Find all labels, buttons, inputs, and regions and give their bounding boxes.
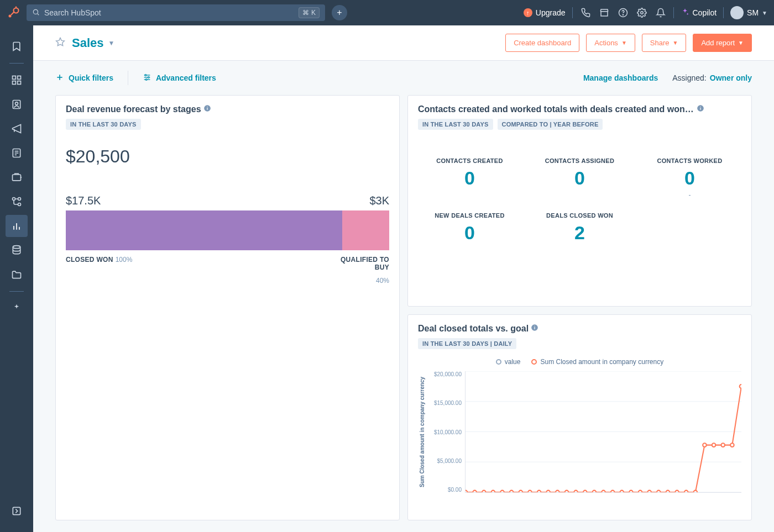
assigned-value-selector[interactable]: Owner only [710, 73, 752, 82]
legend-marker-icon [496, 359, 501, 365]
kpi-tile: CONTACTS ASSIGNED0 [528, 157, 631, 199]
sparkle-icon [681, 8, 689, 18]
svg-point-65 [583, 491, 587, 492]
sidebar-reports-icon[interactable] [6, 215, 28, 237]
help-icon[interactable] [617, 7, 629, 19]
sidebar-files-icon[interactable] [6, 264, 28, 286]
svg-point-52 [466, 491, 467, 492]
svg-point-77 [694, 491, 698, 492]
svg-point-8 [623, 14, 623, 15]
segment-1-amount: $17.5K [66, 194, 101, 207]
create-dashboard-button[interactable]: Create dashboard [505, 34, 579, 52]
y-axis-label: Sum Closed amount in company currency [418, 371, 426, 493]
svg-rect-20 [13, 175, 21, 181]
svg-point-66 [593, 491, 597, 492]
svg-point-5 [33, 9, 38, 14]
legend-item-value[interactable]: value [496, 358, 521, 366]
svg-point-57 [510, 491, 514, 492]
kpi-sub [418, 191, 521, 199]
sidebar-expand-icon[interactable] [6, 500, 28, 522]
kpi-tile: CONTACTS WORKED0- [638, 157, 741, 199]
card-title: Contacts created and worked totals with … [418, 104, 694, 114]
svg-point-69 [620, 491, 624, 492]
line-chart-plot[interactable] [465, 371, 741, 493]
kpi-label: CONTACTS ASSIGNED [528, 157, 631, 164]
svg-point-56 [500, 491, 504, 492]
svg-point-27 [13, 246, 20, 249]
svg-rect-12 [13, 81, 16, 85]
sidebar-automation-icon[interactable] [6, 191, 28, 213]
bar-segment-qualified[interactable] [342, 210, 389, 250]
settings-icon[interactable] [636, 7, 648, 19]
search-icon [32, 8, 40, 18]
favorite-star-icon[interactable] [55, 37, 65, 49]
chevron-down-icon: ▼ [108, 39, 115, 47]
svg-rect-39 [207, 108, 207, 110]
bar-segment-closed-won[interactable] [66, 210, 342, 250]
filter-bar: Quick filters Advanced filters Manage da… [33, 61, 774, 95]
stacked-bar-chart [66, 210, 389, 250]
sidebar-content-icon[interactable] [6, 142, 28, 164]
kpi-sub: - [638, 191, 741, 199]
kpi-tile: DEALS CLOSED WON2 [528, 212, 631, 254]
svg-point-4 [15, 7, 17, 8]
add-report-button[interactable]: Add report▼ [693, 34, 752, 52]
upgrade-button[interactable]: ↑ Upgrade [524, 8, 566, 17]
svg-line-2 [11, 12, 14, 15]
account-menu[interactable]: SM ▼ [730, 6, 767, 19]
svg-rect-13 [18, 81, 21, 85]
svg-point-55 [491, 491, 495, 492]
sidebar-data-icon[interactable] [6, 239, 28, 261]
card-title: Deal revenue forecast by stages [66, 104, 201, 114]
svg-point-21 [13, 198, 15, 201]
svg-point-64 [574, 491, 578, 492]
card-deal-revenue-forecast: Deal revenue forecast by stages IN THE L… [55, 95, 400, 520]
svg-point-35 [145, 74, 147, 76]
svg-point-68 [611, 491, 615, 492]
sidebar-contacts-icon[interactable] [6, 93, 28, 115]
svg-point-78 [703, 443, 707, 447]
info-icon[interactable] [531, 324, 538, 334]
share-menu-button[interactable]: Share▼ [642, 34, 687, 52]
marketplace-icon[interactable] [598, 7, 610, 19]
svg-point-40 [207, 106, 207, 107]
svg-point-46 [534, 325, 535, 326]
kpi-label: CONTACTS WORKED [638, 157, 741, 164]
svg-point-82 [740, 384, 741, 388]
sidebar-commerce-icon[interactable] [6, 166, 28, 188]
global-create-button[interactable]: + [332, 5, 347, 20]
svg-point-15 [15, 102, 18, 105]
quick-filters-button[interactable]: Quick filters [55, 73, 113, 83]
legend-item-sum-closed[interactable]: Sum Closed amount in company currency [531, 358, 663, 366]
hubspot-logo-icon[interactable] [7, 6, 20, 19]
search-input[interactable] [44, 8, 294, 17]
svg-point-62 [556, 491, 559, 492]
compare-chip: COMPARED TO | YEAR BEFORE [498, 119, 603, 130]
card-title: Deal closed totals vs. goal [418, 324, 529, 334]
svg-point-74 [666, 491, 670, 492]
notifications-icon[interactable] [655, 7, 667, 19]
info-icon[interactable] [203, 104, 211, 114]
sidebar-apps-icon[interactable] [6, 69, 28, 91]
manage-dashboards-link[interactable]: Manage dashboards [583, 73, 658, 82]
svg-point-76 [684, 491, 688, 492]
svg-point-75 [675, 491, 679, 492]
global-search[interactable]: ⌘K [27, 4, 325, 21]
page-header: Sales ▼ Create dashboard Actions▼ Share▼… [33, 25, 774, 61]
copilot-button[interactable]: Copilot [681, 8, 717, 18]
svg-rect-11 [18, 76, 21, 80]
kpi-label: NEW DEALS CREATED [418, 212, 521, 219]
info-icon[interactable] [697, 104, 704, 114]
dashboard-title-selector[interactable]: Sales ▼ [72, 36, 114, 50]
kpi-tile: NEW DEALS CREATED0 [418, 212, 521, 254]
legend-qualified-to-buy: QUALIFIED TO BUY40% [328, 256, 389, 285]
sidebar-bookmark-icon[interactable] [6, 35, 28, 57]
sidebar-sparkle-icon[interactable] [6, 297, 28, 319]
left-sidebar [0, 25, 33, 532]
date-range-chip: IN THE LAST 30 DAYS [66, 119, 141, 130]
advanced-filters-button[interactable]: Advanced filters [143, 73, 216, 83]
phone-icon[interactable] [579, 7, 592, 19]
sidebar-marketing-icon[interactable] [6, 118, 28, 140]
actions-menu-button[interactable]: Actions▼ [586, 34, 635, 52]
chart-legend: value Sum Closed amount in company curre… [418, 358, 741, 366]
